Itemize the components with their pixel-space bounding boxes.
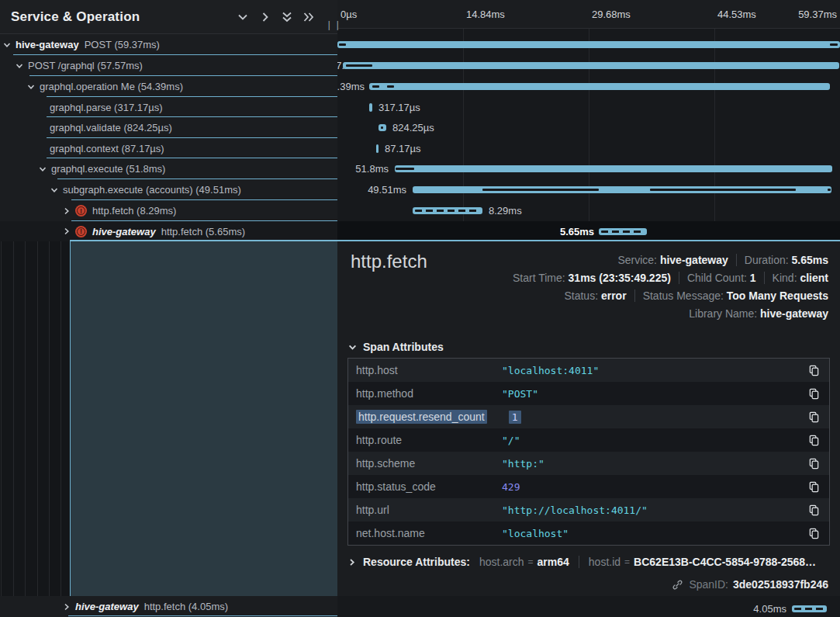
meta-label: Status: bbox=[564, 289, 598, 302]
span-bar bbox=[599, 228, 647, 235]
attribute-value: 1 bbox=[509, 411, 808, 423]
copy-icon[interactable] bbox=[808, 458, 820, 470]
span-name: graphql.parse (317.17µs) bbox=[50, 102, 163, 113]
tree-row-selected[interactable]: hive-gateway http.fetch (5.65ms) bbox=[0, 221, 337, 241]
span-meta: Service: hive-gatewayDuration: 5.65ms St… bbox=[505, 254, 828, 325]
span-attributes-toggle[interactable]: Span Attributes bbox=[348, 341, 444, 353]
link-icon[interactable] bbox=[672, 579, 683, 591]
chevron-right-icon[interactable] bbox=[63, 603, 71, 611]
tick-label: 44.53ms bbox=[717, 9, 756, 20]
tree-row[interactable]: graphql.validate (824.25µs) bbox=[0, 117, 337, 138]
attribute-row[interactable]: http.method "POST" bbox=[348, 382, 829, 405]
span-bar bbox=[395, 165, 832, 172]
selected-span-underline bbox=[70, 240, 840, 241]
attribute-key: http.status_code bbox=[348, 480, 502, 493]
tree-row[interactable]: graphql.execute (51.8ms) bbox=[0, 158, 337, 179]
span-id-value: 3de02518937fb246 bbox=[733, 578, 828, 591]
tree-row[interactable]: http.fetch (8.29ms) bbox=[0, 200, 337, 221]
tree-row[interactable]: subgraph.execute (accounts) (49.51ms) bbox=[0, 179, 337, 200]
span-detail-panel: http.fetch Service: hive-gatewayDuration… bbox=[337, 241, 840, 596]
error-icon bbox=[75, 226, 87, 237]
copy-icon[interactable] bbox=[808, 411, 820, 423]
chevron-down-icon[interactable] bbox=[27, 83, 35, 91]
attribute-key: net.host.name bbox=[348, 527, 502, 539]
span-bar-row[interactable]: 57.57ms bbox=[337, 55, 840, 76]
tick-label: 14.84ms bbox=[466, 9, 505, 20]
span-name: http.fetch (5.65ms) bbox=[161, 226, 245, 237]
tree-row[interactable]: graphql.context (87.17µs) bbox=[0, 138, 337, 159]
copy-icon[interactable] bbox=[808, 435, 820, 446]
span-bar-row[interactable]: 8.29ms bbox=[337, 200, 840, 221]
attribute-value: "POST" bbox=[502, 388, 808, 400]
bottom-span-row[interactable]: 4.05ms bbox=[337, 596, 840, 617]
span-bar-row[interactable]: 54.39ms bbox=[337, 76, 840, 97]
span-id: SpanID: 3de02518937fb246 bbox=[672, 578, 828, 591]
copy-icon[interactable] bbox=[808, 504, 820, 516]
tree-row[interactable]: graphql.parse (317.17µs) bbox=[0, 97, 337, 118]
service-operation-panel: hive-gateway POST (59.37ms) POST /graphq… bbox=[0, 0, 337, 617]
selected-span-expanded-area bbox=[70, 241, 337, 596]
attribute-row[interactable]: http.scheme "http:" bbox=[348, 452, 829, 475]
span-bar-row[interactable]: 317.17µs bbox=[337, 97, 840, 118]
chevron-down-icon[interactable] bbox=[39, 165, 47, 173]
equals-sign: = bbox=[528, 556, 534, 567]
span-bar-row[interactable]: 49.51ms bbox=[337, 179, 840, 200]
span-bar bbox=[369, 83, 830, 90]
resource-attributes-toggle[interactable]: Resource Attributes: host.arch = arm64 h… bbox=[348, 556, 816, 568]
expand-all-icon[interactable] bbox=[302, 11, 315, 26]
span-bar-row[interactable] bbox=[337, 34, 840, 55]
attribute-value: "http:" bbox=[502, 458, 808, 470]
span-name: subgraph.execute (accounts) (49.51ms) bbox=[63, 184, 241, 196]
attribute-value: 429 bbox=[502, 481, 808, 493]
span-bar-row[interactable]: 51.8ms bbox=[337, 158, 840, 179]
resource-attributes-title: Resource Attributes: bbox=[363, 556, 470, 568]
chevron-down-icon[interactable] bbox=[3, 41, 11, 49]
span-id-label: SpanID: bbox=[689, 578, 728, 591]
attribute-row[interactable]: net.host.name "localhost" bbox=[348, 522, 829, 545]
span-name: graphql.validate (824.25µs) bbox=[50, 122, 172, 133]
span-name: POST (59.37ms) bbox=[85, 39, 160, 50]
attribute-row[interactable]: http.host "localhost:4011" bbox=[348, 359, 829, 382]
chevron-right-icon[interactable] bbox=[63, 227, 71, 235]
attribute-row[interactable]: http.status_code 429 bbox=[348, 475, 829, 498]
collapse-all-icon[interactable] bbox=[281, 11, 293, 26]
attribute-row[interactable]: http.url "http://localhost:4011/" bbox=[348, 498, 829, 522]
copy-icon[interactable] bbox=[808, 388, 820, 400]
span-bar-row-selected[interactable]: 5.65ms bbox=[337, 221, 840, 242]
collapse-one-icon[interactable] bbox=[237, 11, 249, 26]
service-name: hive-gateway bbox=[92, 226, 156, 237]
tree-row[interactable]: hive-gateway POST (59.37ms) bbox=[0, 34, 337, 55]
bar-label: 51.8ms bbox=[355, 163, 389, 175]
meta-label: Duration: bbox=[745, 254, 789, 266]
bar-label: 87.17µs bbox=[385, 143, 421, 154]
copy-icon[interactable] bbox=[808, 481, 820, 493]
chevron-down-icon[interactable] bbox=[50, 186, 58, 194]
attribute-key: http.url bbox=[348, 504, 502, 516]
span-bar-row[interactable]: 87.17µs bbox=[337, 138, 840, 159]
chevron-down-icon[interactable] bbox=[16, 62, 23, 70]
meta-value: client bbox=[800, 272, 828, 284]
copy-icon[interactable] bbox=[808, 528, 820, 539]
copy-icon[interactable] bbox=[808, 365, 820, 376]
panel-resize-handle[interactable]: ❘❘ bbox=[325, 19, 342, 30]
attributes-table: http.host "localhost:4011" http.method "… bbox=[347, 358, 830, 546]
resource-key: host.id bbox=[589, 556, 620, 568]
span-bar bbox=[343, 62, 839, 69]
expand-one-icon[interactable] bbox=[259, 11, 271, 26]
attribute-row-selected[interactable]: http.request.resend_count 1 bbox=[348, 405, 829, 428]
chevron-right-icon[interactable] bbox=[63, 207, 71, 215]
tick-label: 29.68ms bbox=[592, 9, 631, 20]
span-bar-row[interactable]: 824.25µs bbox=[337, 117, 840, 138]
chevron-right-icon bbox=[348, 558, 356, 567]
tree-row[interactable]: graphql.operation Me (54.39ms) bbox=[0, 76, 337, 97]
tree-row[interactable]: hive-gateway http.fetch (4.05ms) bbox=[0, 596, 337, 617]
error-icon bbox=[75, 205, 87, 217]
bar-label: 4.05ms bbox=[753, 603, 786, 615]
attribute-row[interactable]: http.route "/" bbox=[348, 428, 829, 452]
resource-key: host.arch bbox=[479, 556, 524, 568]
span-bar bbox=[792, 605, 827, 612]
bar-label: 8.29ms bbox=[489, 205, 522, 217]
tree-row[interactable]: POST /graphql (57.57ms) bbox=[0, 55, 337, 76]
span-bar bbox=[413, 207, 482, 214]
meta-label: Kind: bbox=[773, 272, 797, 284]
